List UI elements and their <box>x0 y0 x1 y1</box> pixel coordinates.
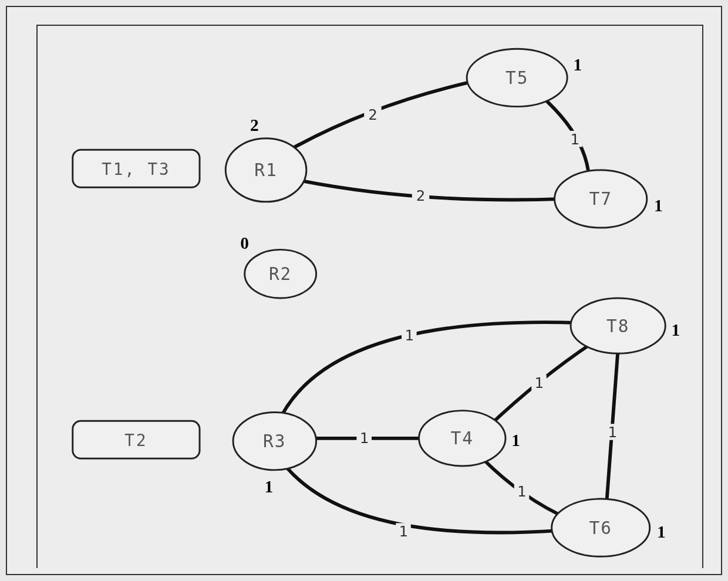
node-t8-weight: 1 <box>672 320 680 339</box>
box-top-label: T1, T3 <box>102 160 170 178</box>
node-t4-label: T4 <box>451 428 474 448</box>
edge-weight-t4-t8: 1 <box>534 374 543 391</box>
node-t6-weight: 1 <box>657 522 666 541</box>
box-bottom-label: T2 <box>124 431 147 450</box>
edge-weight-r3-t6: 1 <box>399 522 407 540</box>
node-t5-weight: 1 <box>574 55 582 74</box>
edge-weight-r1-t7: 2 <box>416 187 425 204</box>
edge-weight-r1-t5: 2 <box>368 106 377 123</box>
diagram-svg: 2 2 1 1 1 1 1 <box>38 26 702 568</box>
node-r2-weight: 0 <box>240 234 249 252</box>
edge-weight-r3-t8: 1 <box>405 326 413 344</box>
edge-weight-r3-t4: 1 <box>359 429 368 447</box>
node-t7-weight: 1 <box>654 196 663 215</box>
inner-frame: 2 2 1 1 1 1 1 <box>36 25 703 568</box>
outer-frame: 2 2 1 1 1 1 1 <box>6 6 722 575</box>
edge-weight-t8-t6: 1 <box>608 423 616 441</box>
node-r3-weight: 1 <box>265 477 274 496</box>
node-t5-label: T5 <box>505 68 528 88</box>
node-r1-label: R1 <box>254 160 277 180</box>
node-t8-label: T8 <box>606 316 629 336</box>
edge-weight-t4-t6: 1 <box>517 482 526 500</box>
edge-weight-t5-t7: 1 <box>570 130 579 148</box>
node-r2-label: R2 <box>269 264 292 284</box>
node-r3-label: R3 <box>263 431 286 451</box>
node-r1-weight: 2 <box>250 116 259 134</box>
node-t4-weight: 1 <box>511 431 520 450</box>
node-t7-label: T7 <box>589 189 612 209</box>
edge-r3-t8 <box>278 322 581 424</box>
node-t6-label: T6 <box>589 518 612 538</box>
